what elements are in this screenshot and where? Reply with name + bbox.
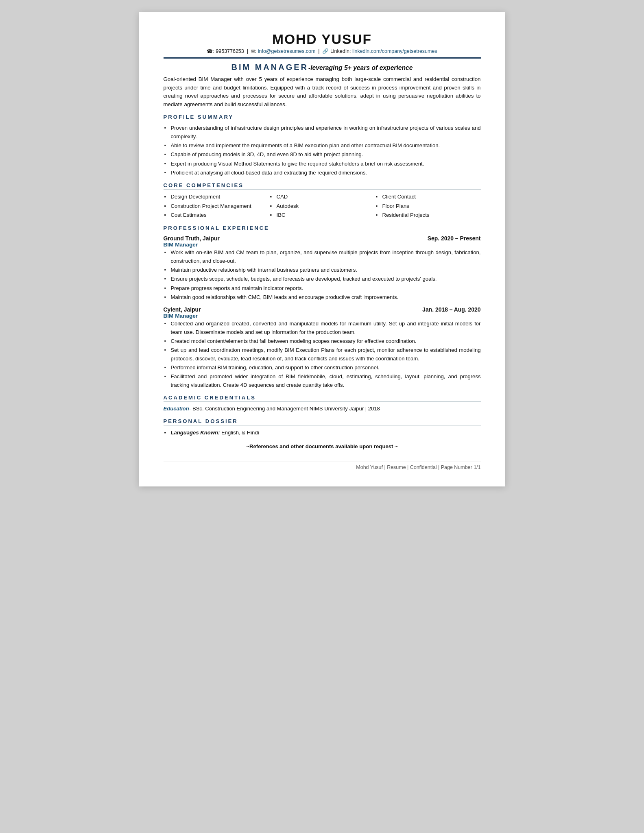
comp-item: CAD	[269, 192, 375, 201]
exp-bullet-list: Collected and organized created, convert…	[164, 320, 481, 389]
comp-item: Design Development	[164, 192, 269, 201]
job-title-block: BIM MANAGER-leveraging 5+ years of exper…	[164, 63, 481, 72]
languages-item: Languages Known: English, & Hindi	[164, 428, 481, 437]
list-item: Maintain good relationships with CMC, BI…	[164, 293, 481, 301]
personal-dossier-heading: PERSONAL DOSSIER	[164, 418, 481, 425]
comp-item: Floor Plans	[375, 202, 481, 211]
list-item: Collected and organized created, convert…	[164, 320, 481, 336]
comp-col-3: Client Contact Floor Plans Residential P…	[375, 192, 481, 220]
list-item: Set up and lead coordination meetings, m…	[164, 346, 481, 363]
profile-summary-heading: PROFILE SUMMARY	[164, 114, 481, 121]
exp-dates: Jan. 2018 – Aug. 2020	[422, 306, 480, 313]
list-item: Prepare progress reports and maintain in…	[164, 284, 481, 292]
exp-entry-1: Ground Truth, Jaipur Sep. 2020 – Present…	[164, 235, 481, 301]
comp-col-1: Design Development Construction Project …	[164, 192, 269, 220]
resume-page: MOHD YUSUF ☎: 9953776253 | ✉: info@getse…	[139, 12, 505, 486]
comp-item: Residential Projects	[375, 211, 481, 220]
exp-dates: Sep. 2020 – Present	[428, 235, 481, 242]
comp-col-2: CAD Autodesk IBC	[269, 192, 375, 220]
comp-item: Client Contact	[375, 192, 481, 201]
academic-text: Education- BSc. Construction Engineering…	[164, 405, 481, 413]
exp-role: BIM Manager	[164, 242, 481, 248]
professional-experience-heading: PROFESSIONAL EXPERIENCE	[164, 225, 481, 232]
languages-value: English, & Hindi	[221, 430, 259, 436]
contact-info: ☎: 9953776253 | ✉: info@getsetresumes.co…	[164, 48, 481, 54]
exp-bullet-list: Work with on-site BIM and CM team to pla…	[164, 249, 481, 301]
competencies-grid: Design Development Construction Project …	[164, 192, 481, 220]
header-section: MOHD YUSUF ☎: 9953776253 | ✉: info@getse…	[164, 32, 481, 54]
exp-company: Cyient, Jaipur	[164, 306, 201, 313]
exp-entry-2: Cyient, Jaipur Jan. 2018 – Aug. 2020 BIM…	[164, 306, 481, 389]
list-item: Expert in producing Visual Method Statem…	[164, 160, 481, 168]
email-link[interactable]: info@getsetresumes.com	[258, 48, 316, 54]
job-title: BIM MANAGER	[231, 63, 308, 72]
core-competencies-heading: CORE COMPETENCIES	[164, 182, 481, 190]
exp-header-row: Cyient, Jaipur Jan. 2018 – Aug. 2020	[164, 306, 481, 313]
comp-item: Construction Project Management	[164, 202, 269, 211]
exp-role: BIM Manager	[164, 313, 481, 319]
comp-item: Autodesk	[269, 202, 375, 211]
academic-credentials-heading: ACADEMIC CREDENTIALS	[164, 395, 481, 402]
education-label: Education	[164, 406, 189, 412]
page-footer: Mohd Yusuf | Resume | Confidential | Pag…	[164, 462, 481, 470]
top-divider	[164, 57, 481, 59]
linkedin-link[interactable]: linkedin.com/company/getsetresumes	[352, 48, 437, 54]
list-item: Performed informal BIM training, educati…	[164, 364, 481, 372]
candidate-name: MOHD YUSUF	[164, 32, 481, 47]
comp-item: Cost Estimates	[164, 211, 269, 220]
linkedin-icon: 🔗	[322, 48, 329, 54]
list-item: Capable of producing models in 3D, 4D, a…	[164, 150, 481, 159]
list-item: Proficient at analysing all cloud-based …	[164, 169, 481, 177]
list-item: Maintain productive relationship with in…	[164, 266, 481, 274]
profile-summary-list: Proven understanding of infrastructure d…	[164, 124, 481, 177]
languages-label: Languages Known:	[171, 430, 220, 436]
exp-header-row: Ground Truth, Jaipur Sep. 2020 – Present	[164, 235, 481, 242]
list-item: Able to review and implement the require…	[164, 142, 481, 150]
phone-label: ☎: 9953776253	[207, 48, 244, 54]
list-item: Created model content/elements that fall…	[164, 337, 481, 345]
list-item: Proven understanding of infrastructure d…	[164, 124, 481, 141]
email-icon: ✉:	[251, 48, 256, 54]
list-item: Work with on-site BIM and CM team to pla…	[164, 249, 481, 265]
job-title-tagline: -leveraging 5+ years of experience	[308, 64, 413, 71]
references-text: ~References and other documents availabl…	[164, 443, 481, 449]
comp-item: IBC	[269, 211, 375, 220]
list-item: Facilitated and promoted wider integrati…	[164, 373, 481, 389]
summary-text: Goal-oriented BIM Manager with over 5 ye…	[164, 75, 481, 109]
linkedin-label: LinkedIn:	[330, 48, 351, 54]
list-item: Ensure projects scope, schedule, budgets…	[164, 275, 481, 283]
education-text: - BSc. Construction Engineering and Mana…	[189, 406, 380, 412]
exp-company: Ground Truth, Jaipur	[164, 235, 220, 242]
